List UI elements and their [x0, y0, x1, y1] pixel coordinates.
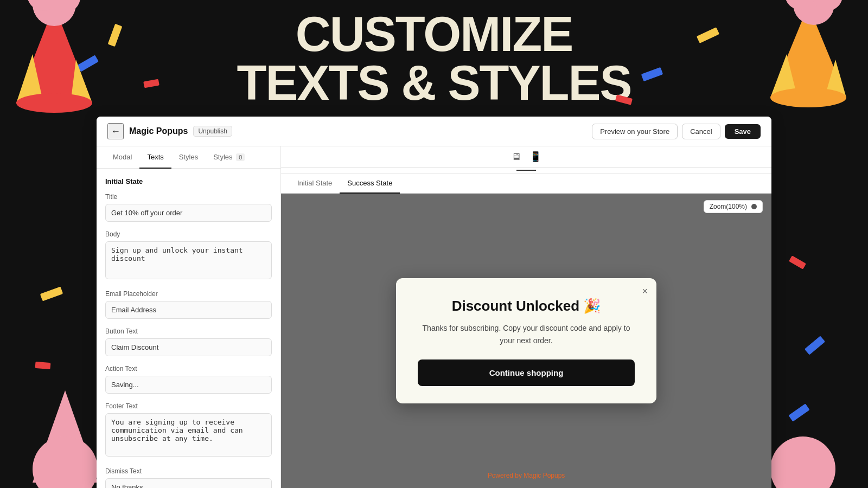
field-body: Body Sign up and unlock your instant dis…	[105, 230, 272, 281]
party-cone-left	[0, 0, 108, 114]
left-panel: Modal Texts Styles Styles 0 Initial Stat…	[97, 146, 281, 488]
tab-texts[interactable]: Texts	[139, 146, 171, 169]
hero-banner: CUSTOMIZE TEXTS & STYLES	[0, 0, 868, 117]
top-bar: ← Magic Popups Unpublish Preview on your…	[97, 117, 771, 146]
zoom-label: Zoom(100%)	[710, 203, 747, 210]
styles-badge: 0	[236, 153, 245, 161]
party-cone-right	[760, 0, 868, 108]
label-email-placeholder: Email Placeholder	[105, 290, 272, 298]
input-title[interactable]	[105, 204, 272, 222]
svg-point-12	[770, 88, 846, 107]
tab-modal[interactable]: Modal	[105, 146, 139, 169]
device-bar	[516, 170, 536, 171]
confetti-7	[40, 287, 63, 301]
preview-button[interactable]: Preview on your Store	[592, 124, 678, 139]
confetti-11	[35, 362, 51, 369]
preview-canvas: Zoom(100%) × Discount Unlocked 🎉 Thanks …	[281, 194, 771, 488]
editor-container: ← Magic Popups Unpublish Preview on your…	[97, 117, 771, 488]
confetti-9	[805, 336, 825, 355]
field-title: Title	[105, 193, 272, 222]
form-panel: Initial State Title Body Sign up and unl…	[97, 169, 280, 488]
label-footer-text: Footer Text	[105, 402, 272, 410]
zoom-dot	[751, 204, 757, 209]
back-button[interactable]: ←	[107, 123, 124, 139]
top-bar-actions: Preview on your Store Cancel Save	[592, 124, 761, 139]
label-action-text: Action Text	[105, 365, 272, 373]
field-email-placeholder: Email Placeholder	[105, 290, 272, 319]
powered-by-brand: Magic Popups	[524, 472, 565, 479]
form-section-title: Initial State	[105, 177, 272, 185]
mobile-icon[interactable]: 📱	[529, 151, 541, 163]
desktop-icon[interactable]: 🖥	[511, 151, 521, 163]
tab-styles-0[interactable]: Styles 0	[206, 146, 252, 169]
tab-initial-state[interactable]: Initial State	[290, 174, 340, 194]
input-button-text[interactable]	[105, 338, 272, 356]
device-icons: 🖥 📱	[511, 151, 541, 163]
popup-body: Thanks for subscribing. Copy your discou…	[418, 322, 635, 346]
label-body: Body	[105, 230, 272, 238]
svg-point-18	[770, 436, 835, 488]
right-panel: 🖥 📱 Initial State Success State Zoom(100…	[281, 146, 771, 488]
state-tabs: Initial State Success State	[281, 174, 771, 194]
status-badge[interactable]: Unpublish	[193, 126, 232, 137]
popup-title: Discount Unlocked 🎉	[418, 298, 635, 314]
tab-success-state[interactable]: Success State	[340, 174, 400, 194]
field-action-text: Action Text	[105, 365, 272, 394]
input-footer-text[interactable]: You are signing up to receive communicat…	[105, 413, 272, 457]
input-body[interactable]: Sign up and unlock your instant discount	[105, 241, 272, 279]
left-panel-tabs: Modal Texts Styles Styles 0	[97, 146, 280, 169]
save-button[interactable]: Save	[725, 124, 761, 139]
party-cone-bottom-left	[22, 380, 108, 488]
zoom-indicator: Zoom(100%)	[704, 200, 763, 213]
confetti-8	[789, 255, 806, 269]
label-title: Title	[105, 193, 272, 201]
label-button-text: Button Text	[105, 328, 272, 335]
preview-toolbar: 🖥 📱	[281, 146, 771, 168]
powered-by: Powered by Magic Popups	[281, 472, 771, 479]
popup-modal: × Discount Unlocked 🎉 Thanks for subscri…	[396, 278, 656, 403]
input-action-text[interactable]	[105, 376, 272, 394]
field-dismiss-text: Dismiss Text	[105, 467, 272, 488]
popup-close-button[interactable]: ×	[642, 286, 648, 297]
field-button-text: Button Text	[105, 328, 272, 356]
svg-point-17	[33, 436, 98, 488]
field-footer-text: Footer Text You are signing up to receiv…	[105, 402, 272, 459]
tab-styles[interactable]: Styles	[171, 146, 206, 169]
input-email-placeholder[interactable]	[105, 301, 272, 319]
app-title: Magic Popups	[129, 126, 188, 136]
hero-title: CUSTOMIZE TEXTS & STYLES	[237, 10, 631, 107]
label-dismiss-text: Dismiss Text	[105, 467, 272, 475]
cancel-button[interactable]: Cancel	[682, 124, 720, 139]
input-dismiss-text[interactable]	[105, 478, 272, 488]
popup-cta-button[interactable]: Continue shopping	[418, 359, 635, 386]
svg-point-4	[16, 93, 92, 113]
editor-body: Modal Texts Styles Styles 0 Initial Stat…	[97, 146, 771, 488]
party-cone-bottom-right	[760, 380, 846, 488]
